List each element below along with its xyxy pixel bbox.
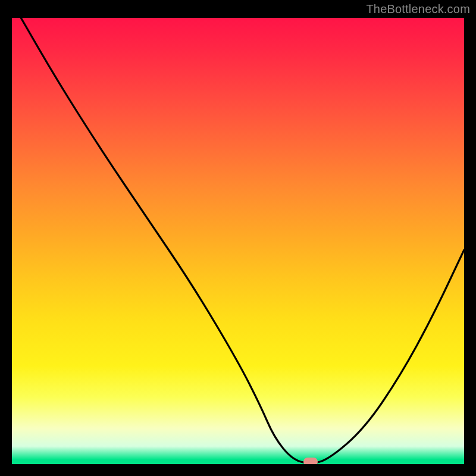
plot-area xyxy=(12,18,464,464)
optimal-point-marker xyxy=(303,458,318,464)
bottleneck-curve xyxy=(12,18,464,464)
watermark-text: TheBottleneck.com xyxy=(366,2,470,16)
chart-frame: TheBottleneck.com xyxy=(0,0,476,476)
